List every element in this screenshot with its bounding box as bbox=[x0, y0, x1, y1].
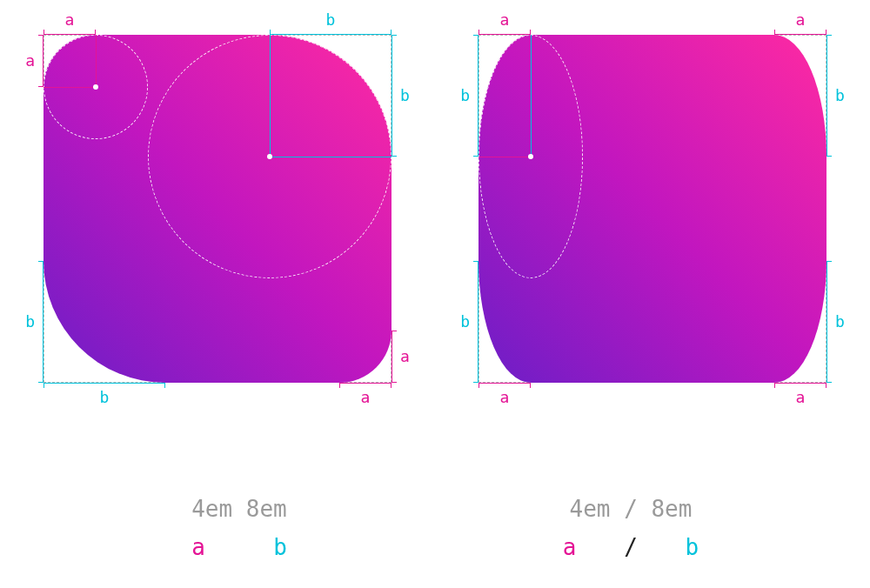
legend-left-a: a bbox=[191, 534, 205, 560]
bracket-label: a bbox=[25, 53, 35, 69]
bracket-right-top-b: b bbox=[826, 35, 853, 157]
bracket-label: b bbox=[100, 390, 110, 405]
diagram-right: a a a a b b b b bbox=[478, 35, 826, 383]
bracket-right-a: a bbox=[392, 331, 418, 383]
bracket-right-bottom-b: b bbox=[826, 261, 853, 383]
bracket-right-b: b bbox=[392, 35, 418, 157]
center-dot-big bbox=[267, 154, 272, 159]
legend-right-b: b bbox=[686, 534, 699, 560]
bracket-label: a bbox=[796, 12, 806, 28]
bracket-bottom-b: b bbox=[44, 383, 165, 409]
legend-left-b: b bbox=[273, 534, 287, 560]
bracket-left-top-b: b bbox=[452, 35, 478, 157]
css-value-left: 4em 8em bbox=[191, 496, 287, 522]
bracket-top-left-a: a bbox=[478, 9, 531, 35]
bracket-label: b bbox=[835, 88, 845, 104]
bracket-label: a bbox=[65, 12, 75, 28]
bracket-top-b: b bbox=[270, 9, 392, 35]
bracket-bottom-a: a bbox=[339, 383, 392, 409]
bracket-left-a: a bbox=[17, 35, 44, 87]
bracket-label: b bbox=[400, 88, 410, 104]
bracket-label: a bbox=[400, 349, 410, 364]
bracket-top-right-a: a bbox=[774, 9, 826, 35]
bracket-label: a bbox=[500, 12, 510, 28]
bracket-left-bottom-b: b bbox=[452, 261, 478, 383]
bracket-label: b bbox=[460, 314, 470, 330]
bracket-label: b bbox=[25, 314, 35, 330]
center-dot-small bbox=[93, 84, 98, 90]
bracket-left-b: b bbox=[17, 261, 44, 383]
bracket-top-a: a bbox=[44, 9, 96, 35]
bracket-bottom-left-a: a bbox=[478, 383, 531, 409]
bracket-label: b bbox=[326, 12, 336, 28]
captions: 4em 8em 4em / 8em a b a / b bbox=[0, 496, 870, 560]
css-value-right: 4em / 8em bbox=[570, 496, 693, 522]
bracket-label: b bbox=[460, 88, 470, 104]
bracket-label: a bbox=[500, 390, 510, 405]
center-dot-ellipse bbox=[528, 154, 533, 159]
bracket-label: a bbox=[361, 390, 371, 405]
bracket-bottom-right-a: a bbox=[774, 383, 826, 409]
rounded-rect-right bbox=[478, 35, 826, 383]
legend-right-slash: / bbox=[624, 534, 638, 560]
bracket-label: b bbox=[835, 314, 845, 330]
legend-right-a: a bbox=[563, 534, 577, 560]
bracket-label: a bbox=[796, 390, 806, 405]
diagram-left: a b a b b a b a bbox=[44, 35, 392, 383]
